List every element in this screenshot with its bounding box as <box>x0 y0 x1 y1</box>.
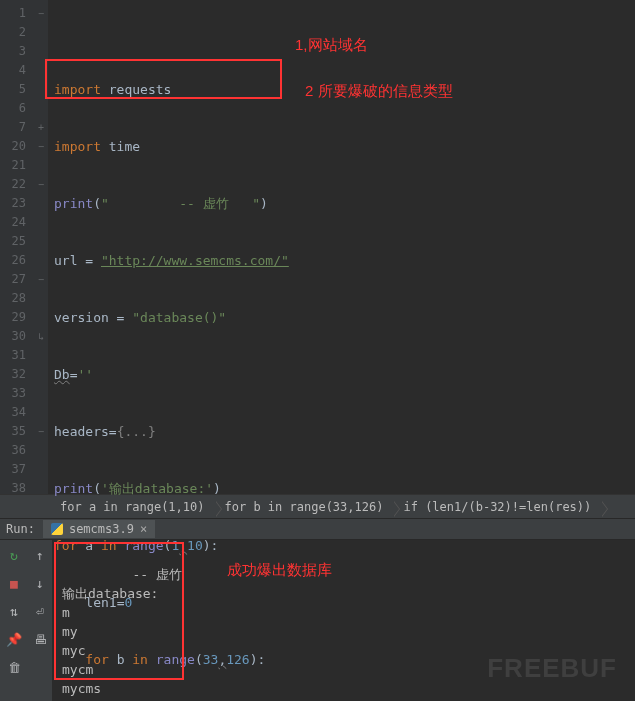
up-button[interactable]: ↑ <box>31 546 49 564</box>
run-label: Run: <box>6 522 35 536</box>
breadcrumb-item[interactable]: for b in range(33,126) <box>215 498 394 516</box>
console-line: mycm <box>62 662 93 677</box>
fold-toggle[interactable] <box>34 308 48 327</box>
fold-toggle[interactable] <box>34 61 48 80</box>
fold-toggle[interactable] <box>34 365 48 384</box>
fold-toggle[interactable]: − <box>34 270 48 289</box>
pin-button[interactable]: 📌 <box>5 630 23 648</box>
fold-toggle[interactable]: − <box>34 175 48 194</box>
fold-toggle[interactable] <box>34 403 48 422</box>
code-area[interactable]: import requests import time print(" -- 虚… <box>48 0 635 494</box>
trash-button[interactable]: 🗑 <box>5 658 23 676</box>
run-toolbar-secondary: ↑ ↓ ⏎ 🖶 <box>28 540 52 701</box>
fold-toggle[interactable] <box>34 194 48 213</box>
fold-toggle[interactable]: − <box>34 137 48 156</box>
print-button[interactable]: 🖶 <box>31 630 49 648</box>
fold-toggle[interactable] <box>34 479 48 498</box>
breadcrumb-item[interactable]: for a in range(1,10) <box>50 498 215 516</box>
console-line: my <box>62 624 78 639</box>
fold-toggle[interactable] <box>34 384 48 403</box>
fold-column[interactable]: −+−−−↳− <box>34 0 48 494</box>
fold-toggle[interactable] <box>34 23 48 42</box>
rerun-button[interactable]: ↻ <box>5 546 23 564</box>
fold-toggle[interactable]: ↳ <box>34 327 48 346</box>
breadcrumb-bar: for a in range(1,10) for b in range(33,1… <box>0 494 635 518</box>
console-output[interactable]: -- 虚竹 输出database: m my myc mycm mycms 成功… <box>52 540 635 701</box>
console-line: mycms <box>62 681 101 696</box>
fold-toggle[interactable]: + <box>34 118 48 137</box>
fold-toggle[interactable] <box>34 346 48 365</box>
line-number-gutter: 1234567202122232425262728293031323334353… <box>0 0 34 494</box>
keyword: import <box>54 82 101 97</box>
fold-toggle[interactable] <box>34 42 48 61</box>
annotation-3: 成功爆出数据库 <box>227 560 332 579</box>
wrap-button[interactable]: ⏎ <box>31 602 49 620</box>
fold-toggle[interactable] <box>34 80 48 99</box>
fold-toggle[interactable]: − <box>34 4 48 23</box>
run-toolbar-left: ↻ ■ ⇅ 📌 🗑 <box>0 540 28 701</box>
fold-toggle[interactable] <box>34 460 48 479</box>
fold-toggle[interactable] <box>34 213 48 232</box>
fold-toggle[interactable] <box>34 441 48 460</box>
breadcrumb-item[interactable]: if (len1/(b-32)!=len(res)) <box>393 498 601 516</box>
console-line: m <box>62 605 70 620</box>
run-tool-window: ↻ ■ ⇅ 📌 🗑 ↑ ↓ ⏎ 🖶 -- 虚竹 输出database: m my… <box>0 540 635 701</box>
console-line: -- 虚竹 <box>62 567 182 582</box>
folded-region[interactable]: {...} <box>117 424 156 439</box>
fold-toggle[interactable]: − <box>34 422 48 441</box>
stop-button[interactable]: ■ <box>5 574 23 592</box>
fold-toggle[interactable] <box>34 99 48 118</box>
code-editor[interactable]: 1234567202122232425262728293031323334353… <box>0 0 635 494</box>
fold-toggle[interactable] <box>34 156 48 175</box>
fold-toggle[interactable] <box>34 251 48 270</box>
fold-toggle[interactable] <box>34 289 48 308</box>
fold-toggle[interactable] <box>34 232 48 251</box>
console-line: 输出database: <box>62 586 158 601</box>
console-line: myc <box>62 643 85 658</box>
down-button[interactable]: ↓ <box>31 574 49 592</box>
layout-button[interactable]: ⇅ <box>5 602 23 620</box>
highlight-box-output <box>54 542 184 680</box>
